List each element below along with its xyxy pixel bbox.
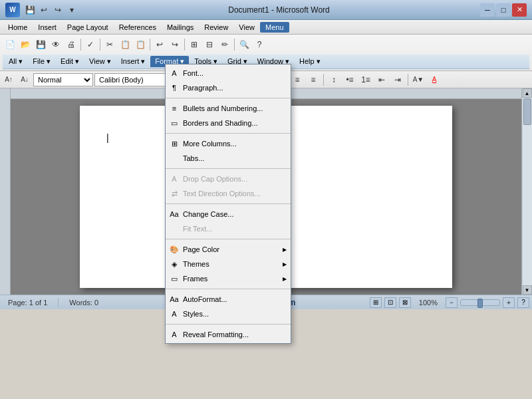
menu-paragraph[interactable]: ¶ Paragraph... (166, 80, 291, 95)
paste-button[interactable]: 📋 (133, 37, 148, 52)
tab-references[interactable]: References (114, 22, 162, 33)
dropcap-menu-icon: A (168, 173, 180, 185)
zoom-in-status-button[interactable]: ＋ (503, 297, 515, 308)
spell-check-button[interactable]: ✓ (83, 37, 98, 52)
font-color-button[interactable]: A (427, 72, 442, 87)
menu-borders[interactable]: ▭ Borders and Shading... (166, 116, 291, 130)
submenu-edit[interactable]: Edit ▾ (56, 56, 84, 67)
quick-redo-button[interactable]: ↪ (52, 4, 64, 16)
submenu-insert[interactable]: Insert ▾ (116, 56, 150, 67)
format-dropdown-menu[interactable]: A Font... ¶ Paragraph... ≡ Bullets and N… (165, 64, 291, 344)
indent-dec-button[interactable]: ⇤ (374, 72, 389, 87)
menu-font[interactable]: A Font... (166, 66, 291, 80)
menu-themes[interactable]: ◈ Themes (166, 257, 291, 271)
tab-mailings[interactable]: Mailings (162, 22, 199, 33)
quick-customize-button[interactable]: ▾ (66, 4, 78, 16)
zoom-thumb[interactable] (477, 299, 483, 308)
layout-icon-3[interactable]: ⊠ (399, 297, 411, 308)
font-color-btn[interactable]: A↑ (1, 72, 16, 87)
quick-save-button[interactable]: 💾 (24, 4, 36, 16)
separator-2 (100, 39, 100, 51)
vertical-ruler (0, 88, 11, 295)
align-right-button[interactable]: ≡ (290, 72, 305, 87)
indent-inc-button[interactable]: ⇥ (390, 72, 405, 87)
help-button[interactable]: ? (252, 37, 267, 52)
textdir-menu-icon: ⇄ (168, 188, 180, 200)
separator-4 (184, 39, 185, 51)
open-button[interactable]: 📂 (18, 37, 33, 52)
minimize-button[interactable]: ─ (480, 3, 495, 17)
tab-home[interactable]: Home (3, 22, 33, 33)
title-bar-left: W 💾 ↩ ↪ ▾ (5, 3, 78, 17)
menu-columns[interactable]: ⊞ More Columns... (166, 136, 291, 151)
textdir-label: Text Direction Options... (183, 190, 261, 198)
columns-label: More Columns... (183, 140, 237, 148)
menu-section-4: A Drop Cap Options... ⇄ Text Direction O… (166, 170, 291, 202)
font-label: Font... (183, 69, 203, 77)
pagecolor-label: Page Color (183, 245, 219, 253)
scroll-thumb[interactable] (523, 98, 531, 125)
menu-changecase[interactable]: Aa Change Case... (166, 207, 291, 221)
bullets-button[interactable]: •≡ (342, 72, 357, 87)
new-button[interactable]: 📄 (3, 37, 17, 52)
quick-undo-button[interactable]: ↩ (38, 4, 50, 16)
cut-button[interactable]: ✂ (102, 37, 117, 52)
copy-button[interactable]: 📋 (118, 37, 132, 52)
layout-icon-2[interactable]: ⊡ (384, 297, 396, 308)
tab-menu[interactable]: Menu (260, 22, 289, 33)
styles-menu-icon: A (168, 308, 180, 320)
style-select[interactable]: Normal (33, 73, 93, 86)
frames-label: Frames (183, 275, 207, 283)
drawing-button[interactable]: ✏ (217, 37, 232, 52)
print-preview-button[interactable]: 👁 (49, 37, 63, 52)
menu-section-1: A Font... ¶ Paragraph... (166, 65, 291, 96)
separator-3 (150, 39, 150, 51)
justify-button[interactable]: ≡ (306, 72, 321, 87)
menu-section-3: ⊞ More Columns... Tabs... (166, 135, 291, 167)
font-select[interactable]: Calibri (Body) (94, 73, 174, 86)
window-controls: ─ □ ✕ (480, 3, 527, 17)
menu-styles[interactable]: A Styles... (166, 307, 291, 321)
menu-pagecolor[interactable]: 🎨 Page Color (166, 242, 291, 257)
scroll-track[interactable] (523, 98, 532, 285)
submenu-help[interactable]: Help ▾ (295, 56, 325, 67)
numbering-button[interactable]: 1≡ (358, 72, 373, 87)
menu-bullets[interactable]: ≡ Bullets and Numbering... (166, 101, 291, 116)
tab-view[interactable]: View (233, 22, 260, 33)
submenu-all[interactable]: All ▾ (4, 56, 27, 67)
layout-icon-1[interactable]: ⊞ (370, 297, 382, 308)
table-button[interactable]: ⊞ (187, 37, 201, 52)
scroll-up-button[interactable]: ▲ (523, 88, 532, 98)
zoom-slider[interactable] (460, 299, 500, 306)
columns-button[interactable]: ⊟ (202, 37, 217, 52)
menu-divider-7 (166, 324, 291, 325)
menu-tabs[interactable]: Tabs... (166, 151, 291, 166)
submenu-file[interactable]: File ▾ (28, 56, 55, 67)
tab-review[interactable]: Review (199, 22, 233, 33)
maximize-button[interactable]: □ (496, 3, 511, 17)
redo-button[interactable]: ↪ (168, 37, 182, 52)
save-button[interactable]: 💾 (33, 37, 48, 52)
vertical-scrollbar: ▲ ▼ (521, 88, 532, 295)
tab-insert[interactable]: Insert (33, 22, 62, 33)
zoom-in-button[interactable]: 🔍 (237, 37, 251, 52)
font-size-dec-btn[interactable]: A↓ (17, 72, 32, 87)
submenu-view[interactable]: View ▾ (84, 56, 116, 67)
undo-button[interactable]: ↩ (152, 37, 167, 52)
help-status-button[interactable]: ? (517, 297, 529, 308)
paragraph-label: Paragraph... (183, 84, 223, 92)
highlight-button[interactable]: A▼ (411, 72, 426, 87)
close-button[interactable]: ✕ (512, 3, 527, 17)
scroll-down-button[interactable]: ▼ (523, 285, 532, 295)
menu-reveal[interactable]: A Reveal Formatting... (166, 327, 291, 342)
menu-section-6: 🎨 Page Color ◈ Themes ▭ Frames (166, 241, 291, 287)
separator-fmt-3 (323, 74, 324, 86)
menu-frames[interactable]: ▭ Frames (166, 271, 291, 286)
line-spacing-button[interactable]: ↕ (327, 72, 341, 87)
fittext-label: Fit Text... (183, 225, 212, 233)
zoom-out-button[interactable]: － (446, 297, 458, 308)
print-button[interactable]: 🖨 (64, 37, 78, 52)
tab-pagelayout[interactable]: Page Layout (62, 22, 114, 33)
toolbar-standard: 📄 📂 💾 👁 🖨 ✓ ✂ 📋 📋 ↩ ↪ ⊞ ⊟ ✏ 🔍 ? (3, 36, 529, 53)
menu-autoformat[interactable]: Aa AutoFormat... (166, 292, 291, 307)
